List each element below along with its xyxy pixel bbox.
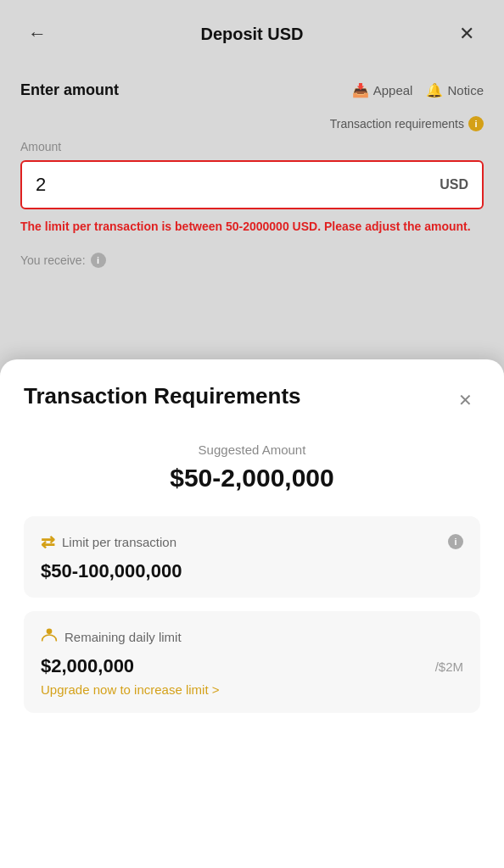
currency-label: USD [440, 177, 468, 192]
info-icon-gray: i [91, 253, 106, 268]
card-header-row: ⇄ Limit per transaction i [41, 531, 463, 552]
svg-point-0 [47, 629, 53, 635]
amount-input-wrapper: USD [20, 160, 484, 209]
notice-link[interactable]: 🔔 Notice [426, 82, 484, 98]
person-icon [41, 626, 58, 647]
modal-header: Transaction Requirements ✕ [24, 383, 480, 415]
limit-card-title: Limit per transaction [62, 535, 441, 549]
info-icon-gold: i [468, 116, 484, 131]
back-arrow-icon: ← [28, 23, 47, 45]
daily-limit-card: Remaining daily limit $2,000,000 /$2M Up… [24, 611, 480, 713]
appeal-label: Appeal [373, 83, 413, 97]
tx-req-link[interactable]: Transaction requirements i [330, 116, 484, 131]
close-button[interactable]: ✕ [450, 17, 484, 51]
error-suffix: . Please adjust the amount. [317, 220, 471, 233]
daily-limit-max: /$2M [435, 659, 463, 674]
close-icon: ✕ [459, 23, 474, 45]
error-highlight: 50-2000000 USD [226, 220, 317, 233]
modal-close-button[interactable]: ✕ [450, 385, 480, 415]
notice-icon: 🔔 [426, 82, 443, 98]
enter-amount-row: Enter amount 📥 Appeal 🔔 Notice [20, 81, 484, 99]
tx-req-row: Transaction requirements i [20, 116, 484, 131]
error-text: The limit per transaction is between 50-… [20, 218, 484, 236]
modal-close-icon: ✕ [458, 390, 473, 410]
back-button[interactable]: ← [20, 17, 54, 51]
amount-input[interactable] [36, 174, 433, 196]
tx-req-label: Transaction requirements [330, 117, 464, 131]
amount-field-label: Amount [20, 140, 484, 153]
daily-limit-value-row: $2,000,000 /$2M [41, 655, 463, 677]
action-links: 📥 Appeal 🔔 Notice [352, 82, 484, 98]
transfer-icon: ⇄ [41, 531, 55, 552]
you-receive-row: You receive: i [20, 253, 484, 268]
daily-card-title: Remaining daily limit [64, 630, 463, 644]
notice-label: Notice [447, 83, 484, 97]
enter-amount-label: Enter amount [20, 81, 119, 99]
limit-card-value: $50-100,000,000 [41, 560, 463, 582]
top-bar: ← Deposit USD ✕ [0, 0, 504, 68]
page-title: Deposit USD [200, 25, 303, 44]
upgrade-link[interactable]: Upgrade now to increase limit > [41, 682, 220, 697]
suggested-amount-section: Suggested Amount $50-2,000,000 [24, 442, 480, 492]
modal-sheet: Transaction Requirements ✕ Suggested Amo… [0, 359, 504, 868]
modal-title: Transaction Requirements [24, 383, 301, 409]
limit-per-transaction-card: ⇄ Limit per transaction i $50-100,000,00… [24, 516, 480, 598]
suggested-value: $50-2,000,000 [24, 464, 480, 492]
amount-field-area: Amount USD The limit per transaction is … [20, 140, 484, 236]
you-receive-label: You receive: [20, 253, 86, 267]
appeal-icon: 📥 [352, 82, 369, 98]
enter-amount-section: Enter amount 📥 Appeal 🔔 Notice Transacti… [0, 68, 504, 285]
limit-card-info-icon: i [448, 534, 463, 549]
daily-limit-value: $2,000,000 [41, 655, 134, 677]
daily-card-header-row: Remaining daily limit [41, 626, 463, 647]
appeal-link[interactable]: 📥 Appeal [352, 82, 413, 98]
error-prefix: The limit per transaction is between [20, 220, 226, 233]
suggested-label: Suggested Amount [24, 442, 480, 457]
